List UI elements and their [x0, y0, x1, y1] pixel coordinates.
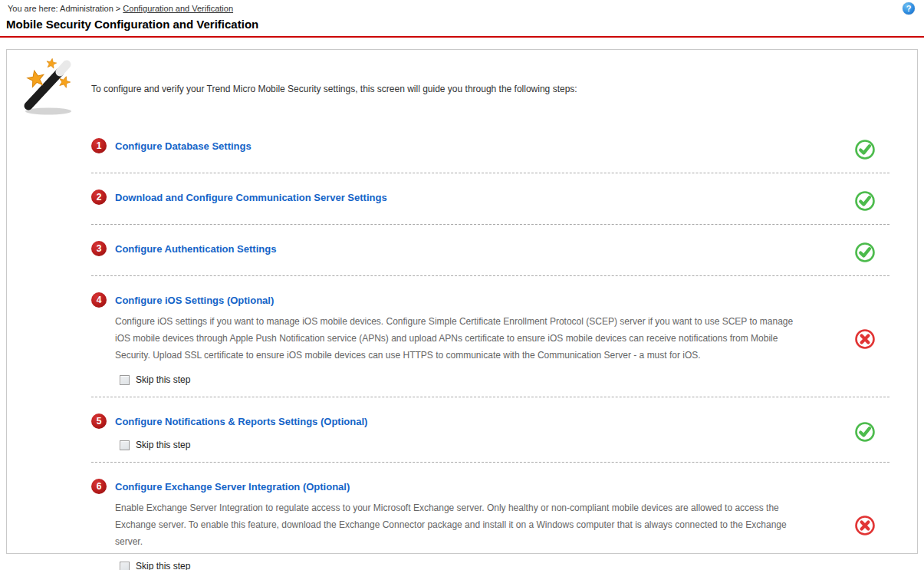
step-number-badge: 2 [91, 189, 107, 205]
step-status [840, 138, 889, 161]
step-title-link[interactable]: Configure Exchange Server Integration (O… [115, 481, 350, 493]
main-panel: To configure and verify your Trend Micro… [6, 49, 918, 554]
step-number-badge: 3 [91, 241, 107, 256]
skip-row: Skip this step [120, 561, 840, 570]
step-head: 5 Configure Notifications & Reports Sett… [91, 413, 840, 429]
step-head: 4 Configure iOS Settings (Optional) [91, 292, 840, 308]
step-status [840, 189, 889, 213]
status-success-icon [853, 189, 876, 213]
step-title-link[interactable]: Configure Authentication Settings [115, 243, 276, 255]
step-head: 2 Download and Configure Communication S… [91, 189, 840, 205]
step-title-link[interactable]: Configure iOS Settings (Optional) [115, 295, 274, 306]
skip-checkbox[interactable] [120, 562, 130, 570]
step-head: 6 Configure Exchange Server Integration … [91, 479, 840, 494]
step-main: 5 Configure Notifications & Reports Sett… [91, 413, 840, 450]
step-row: 4 Configure iOS Settings (Optional) Conf… [91, 276, 889, 397]
magic-wand-icon [16, 54, 82, 119]
step-title-link[interactable]: Configure Database Settings [115, 140, 252, 152]
step-head: 1 Configure Database Settings [91, 138, 840, 153]
wizard-content: To configure and verify your Trend Micro… [91, 50, 889, 570]
status-success-icon [853, 138, 876, 161]
skip-checkbox[interactable] [120, 440, 130, 450]
step-row: 3 Configure Authentication Settings [91, 225, 889, 276]
skip-label: Skip this step [136, 561, 190, 570]
step-row: 2 Download and Configure Communication S… [91, 173, 889, 225]
step-row: 5 Configure Notifications & Reports Sett… [91, 397, 889, 463]
step-description: Configure iOS settings if you want to ma… [115, 313, 802, 364]
status-error-icon [853, 514, 876, 537]
step-status [840, 413, 889, 450]
step-head: 3 Configure Authentication Settings [91, 241, 840, 256]
page-header: Mobile Security Configuration and Verifi… [0, 18, 924, 38]
status-error-icon [853, 328, 876, 351]
status-success-icon [853, 420, 876, 443]
skip-label: Skip this step [136, 440, 190, 450]
skip-row: Skip this step [120, 440, 840, 450]
step-title-link[interactable]: Download and Configure Communication Ser… [115, 192, 387, 203]
step-main: 6 Configure Exchange Server Integration … [91, 479, 840, 570]
skip-row: Skip this step [120, 374, 840, 385]
step-main: 3 Configure Authentication Settings [91, 241, 840, 264]
step-number-badge: 6 [91, 479, 107, 494]
help-icon[interactable]: ? [903, 2, 915, 15]
step-main: 2 Download and Configure Communication S… [91, 189, 840, 213]
step-main: 4 Configure iOS Settings (Optional) Conf… [91, 292, 840, 385]
intro-text: To configure and verify your Trend Micro… [91, 84, 889, 94]
breadcrumb: You are here: Administration > Configura… [0, 0, 924, 13]
breadcrumb-link-configuration-and-verification[interactable]: Configuration and Verification [123, 4, 233, 13]
step-main: 1 Configure Database Settings [91, 138, 840, 161]
breadcrumb-prefix: You are here: Administration > [8, 4, 120, 13]
step-number-badge: 5 [91, 413, 107, 429]
step-status [840, 241, 889, 264]
skip-checkbox[interactable] [120, 375, 130, 385]
step-status [840, 292, 889, 385]
step-row: 6 Configure Exchange Server Integration … [91, 463, 889, 570]
status-success-icon [853, 241, 876, 264]
step-row: 1 Configure Database Settings [91, 122, 889, 173]
skip-label: Skip this step [136, 374, 190, 385]
step-title-link[interactable]: Configure Notifications & Reports Settin… [115, 416, 367, 427]
step-status [840, 479, 889, 570]
steps-list: 1 Configure Database Settings 2 Download… [91, 122, 889, 570]
step-description: Enable Exchange Server Integration to re… [115, 499, 802, 550]
page-title: Mobile Security Configuration and Verifi… [6, 18, 258, 31]
step-number-badge: 4 [91, 292, 107, 308]
step-number-badge: 1 [91, 138, 107, 153]
